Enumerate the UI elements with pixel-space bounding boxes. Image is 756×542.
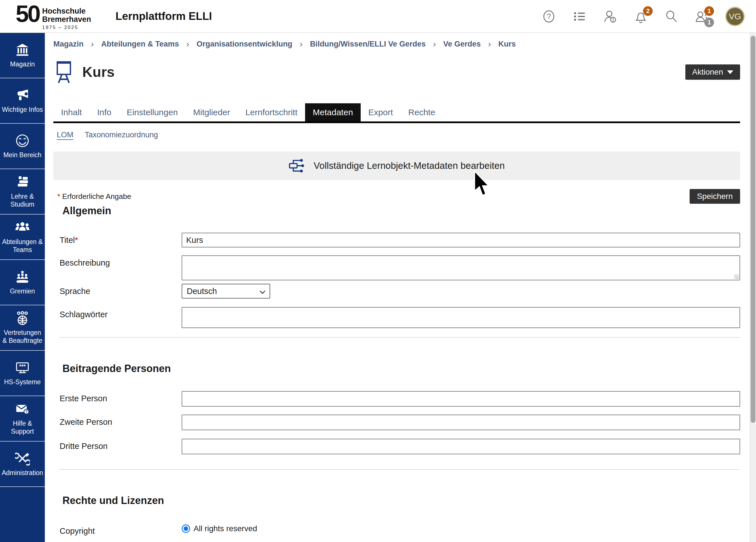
hochschule-bremerhaven-logo: 50 Hochschule Bremerhaven 1975 – 2025 [16, 3, 91, 30]
header-icons: ? ! [541, 0, 745, 33]
titel-input[interactable] [182, 233, 740, 247]
sidebar: Magazin Wichtige Infos Mein Bereich [0, 33, 45, 542]
subtab-lom[interactable]: LOM [57, 131, 73, 140]
sidebar-item-abteilungen-teams[interactable]: Abteilungen & Teams [0, 215, 45, 260]
copyright-radio-selected[interactable] [182, 524, 190, 533]
sidebar-item-gremien[interactable]: Gremien [0, 260, 45, 305]
copyright-label: Copyright [53, 524, 182, 536]
schlagwoerter-input[interactable] [182, 307, 740, 328]
sidebar-item-administration[interactable]: Administration [0, 442, 45, 487]
erste-person-input[interactable] [182, 391, 740, 407]
top-header: 50 Hochschule Bremerhaven 1975 – 2025 Le… [0, 0, 756, 33]
sidebar-item-hs-systeme[interactable]: *** HS-Systeme [0, 351, 45, 396]
subtab-taxonomiezuordnung[interactable]: Taxonomiezuordnung [85, 131, 158, 140]
chevron-right-icon: › [433, 39, 436, 49]
scrollbar-thumb[interactable] [751, 36, 755, 423]
tab-inhalt[interactable]: Inhalt [53, 103, 89, 121]
group-icon [15, 220, 30, 235]
form-row-titel: Titel* [53, 233, 740, 247]
mail-question-icon: ? [15, 402, 30, 417]
banner-label: Vollständige Lernobjekt-Metadaten bearbe… [314, 160, 505, 171]
section-divider [59, 469, 740, 470]
tools-icon [15, 451, 30, 466]
copyright-option-label: All rights reserved [194, 524, 257, 533]
main-menu-button[interactable] [572, 9, 587, 24]
logo-years: 1975 – 2025 [42, 25, 91, 30]
chevron-down-icon [260, 288, 265, 294]
chevron-right-icon: › [91, 39, 94, 49]
tab-metadaten[interactable]: Metadaten [305, 103, 361, 121]
beschreibung-textarea[interactable] [182, 255, 740, 280]
sidebar-item-lehre-studium[interactable]: Lehre & Studium [0, 169, 45, 215]
beschreibung-label: Beschreibung [53, 255, 182, 268]
tab-export[interactable]: Export [361, 103, 401, 121]
breadcrumb-item[interactable]: Abteilungen & Teams [101, 40, 179, 49]
contacts-button[interactable]: 1 1 [695, 9, 709, 24]
chevron-right-icon: › [488, 39, 491, 49]
sidebar-item-mein-bereich[interactable]: Mein Bereich [0, 124, 45, 169]
contacts-badge-total: 1 [704, 18, 714, 27]
required-note: * Erforderliche Angabe [53, 192, 131, 201]
tab-rechte[interactable]: Rechte [401, 103, 443, 121]
user-status-icon: ! [603, 9, 617, 24]
dritte-person-label: Dritte Person [53, 439, 182, 451]
sidebar-item-wichtige-infos[interactable]: Wichtige Infos [0, 78, 45, 124]
chevron-right-icon: › [186, 39, 189, 49]
edit-full-metadata-link[interactable]: Vollständige Lernobjekt-Metadaten bearbe… [53, 152, 740, 180]
zweite-person-input[interactable] [182, 415, 740, 430]
search-icon [664, 9, 679, 24]
monitor-icon: *** [15, 360, 30, 375]
section-allgemein: Allgemein [62, 205, 740, 217]
sidebar-item-vertretungen[interactable]: Vertretungen & Beauftragte [0, 305, 45, 351]
form-row-erste-person: Erste Person [53, 391, 740, 407]
breadcrumb: Magazin › Abteilungen & Teams › Organisa… [53, 36, 740, 52]
search-button[interactable] [664, 9, 679, 24]
app-window: 50 Hochschule Bremerhaven 1975 – 2025 Le… [0, 0, 756, 542]
erste-person-label: Erste Person [53, 391, 182, 403]
logo-50: 50 [16, 3, 39, 25]
user-status-button[interactable]: ! [603, 9, 618, 24]
save-button[interactable]: Speichern [690, 189, 740, 204]
globe-people-icon [15, 311, 30, 326]
sidebar-item-magazin[interactable]: Magazin [0, 33, 45, 78]
breadcrumb-item[interactable]: Magazin [53, 40, 84, 49]
breadcrumb-item[interactable]: Ve Gerdes [443, 40, 481, 49]
breadcrumb-item[interactable]: Bildung/Wissen/ELLI Ve Gerdes [310, 40, 426, 49]
help-button[interactable]: ? [541, 9, 556, 24]
avatar[interactable]: VG [725, 7, 745, 26]
tab-mitglieder[interactable]: Mitglieder [186, 103, 238, 121]
tab-info[interactable]: Info [89, 103, 119, 121]
sidebar-item-hilfe-support[interactable]: ? Hilfe & Support [0, 396, 45, 442]
notifications-button[interactable]: 2 [633, 9, 648, 24]
tab-einstellungen[interactable]: Einstellungen [119, 103, 185, 121]
section-divider [59, 337, 740, 338]
list-icon [572, 9, 587, 24]
page-title: Kurs [82, 64, 115, 80]
titel-label: Titel* [53, 233, 182, 245]
dritte-person-input[interactable] [182, 439, 740, 454]
sprache-label: Sprache [53, 284, 182, 296]
caret-down-icon [727, 70, 733, 74]
bank-icon [15, 43, 30, 57]
copyright-radio-group: All rights reserved [182, 524, 740, 533]
vertical-scrollbar[interactable] [750, 33, 756, 542]
schlagwoerter-label: Schlagwörter [53, 307, 182, 319]
notifications-badge: 2 [643, 6, 653, 16]
smiley-icon [15, 133, 30, 148]
logo-line1: Hochschule [42, 7, 91, 15]
svg-text:?: ? [25, 409, 28, 414]
logo-line2: Bremerhaven [42, 15, 91, 24]
tab-lernfortschritt[interactable]: Lernfortschritt [238, 103, 305, 121]
breadcrumb-item[interactable]: Kurs [498, 40, 516, 49]
svg-text:***: *** [19, 363, 26, 369]
contacts-badge-new: 1 [704, 6, 714, 16]
subtab-bar: LOM Taxonomiezuordnung [53, 131, 740, 140]
save-row: * Erforderliche Angabe Speichern [53, 188, 740, 204]
svg-text:!: ! [612, 17, 614, 23]
form-row-sprache: Sprache Deutsch [53, 284, 740, 299]
sprache-select[interactable]: Deutsch [182, 284, 270, 299]
actions-button[interactable]: Aktionen [685, 64, 740, 80]
resize-handle-icon[interactable] [734, 274, 739, 279]
form-row-schlagwoerter: Schlagwörter [53, 307, 740, 328]
breadcrumb-item[interactable]: Organisationsentwicklung [197, 40, 293, 49]
